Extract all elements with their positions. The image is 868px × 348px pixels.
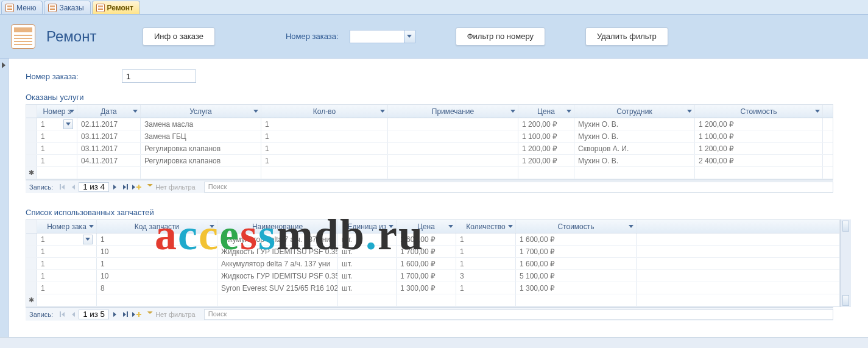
order-number-combo-dropdown[interactable] — [404, 30, 415, 43]
nav-position-input[interactable] — [79, 310, 109, 319]
nav-next-button[interactable] — [109, 309, 120, 320]
cell-employee[interactable]: Мухин О. В. — [574, 155, 695, 166]
nav-position-input[interactable] — [79, 182, 109, 192]
cell-cost[interactable]: 5 100,00 ₽ — [516, 270, 637, 282]
cell-order-no[interactable]: 1 — [37, 233, 97, 245]
table-row[interactable]: 110Жидкость ГУР IDEMITSU PSF 0.35шт.1 70… — [26, 246, 839, 258]
cell-cost[interactable]: 2 400,00 ₽ — [695, 155, 823, 166]
cell-date[interactable]: 04.11.2017 — [77, 155, 141, 166]
table-row[interactable]: 11Аккумулятор delta 7 а/ч. 137 уништ.1 6… — [26, 258, 839, 270]
tab-repair[interactable]: Ремонт — [92, 1, 140, 14]
col-qty[interactable]: Количество — [456, 220, 516, 233]
cell-qty[interactable]: 3 — [456, 270, 516, 282]
nav-search-input[interactable]: Поиск — [204, 309, 833, 320]
row-selector[interactable] — [26, 270, 37, 282]
cell-part-code[interactable]: 1 — [97, 233, 217, 245]
nav-new-button[interactable] — [131, 182, 142, 193]
cell-cost[interactable]: 1 100,00 ₽ — [695, 130, 823, 142]
clear-filter-button[interactable]: Удалить фильтр — [585, 27, 668, 46]
col-part-name[interactable]: Наименование — [217, 220, 338, 233]
cell-order-no[interactable]: 1 — [37, 270, 97, 282]
cell-unit[interactable]: шт. — [338, 270, 397, 282]
col-cost[interactable]: Стоимость — [516, 220, 637, 233]
row-selector[interactable] — [26, 282, 37, 294]
cell-service[interactable]: Регулировка клапанов — [141, 155, 261, 166]
order-number-combo-input[interactable] — [350, 30, 404, 43]
cell-employee[interactable]: Мухин О. В. — [574, 118, 695, 130]
row-selector[interactable] — [26, 167, 37, 179]
row-selector[interactable] — [26, 155, 37, 166]
cell-service[interactable]: Замена масла — [141, 118, 261, 130]
col-order-no[interactable]: Номер зака — [37, 220, 97, 233]
cell-price[interactable]: 1 700,00 ₽ — [397, 246, 456, 257]
tab-orders[interactable]: Заказы — [44, 1, 90, 14]
cell-order-no[interactable]: 1 — [37, 258, 97, 269]
cell-price[interactable]: 1 200,00 ₽ — [518, 155, 574, 166]
cell-employee[interactable]: Мухин О. В. — [574, 130, 695, 142]
cell-cost[interactable]: 1 600,00 ₽ — [516, 258, 637, 269]
cell-order-no[interactable]: 1 — [37, 143, 77, 154]
cell-qty[interactable]: 1 — [456, 233, 516, 245]
cell-qty[interactable]: 1 — [456, 258, 516, 269]
cell-qty[interactable]: 1 — [261, 155, 388, 166]
cell-dropdown-button[interactable] — [63, 119, 73, 129]
table-row[interactable]: 104.11.2017Регулировка клапанов11 200,00… — [26, 155, 833, 167]
cell-note[interactable] — [388, 155, 518, 166]
nav-last-button[interactable] — [120, 182, 131, 193]
row-selector[interactable] — [26, 130, 37, 142]
order-number-combo[interactable] — [350, 30, 415, 43]
cell-price[interactable]: 1 700,00 ₽ — [397, 270, 456, 282]
cell-qty[interactable]: 1 — [261, 143, 388, 154]
cell-part-code[interactable]: 10 — [97, 270, 217, 282]
cell-unit[interactable]: шт. — [338, 233, 397, 245]
row-selector[interactable] — [26, 258, 37, 269]
services-new-row[interactable] — [26, 167, 833, 179]
nav-prev-button[interactable] — [68, 309, 79, 320]
cell-part-name[interactable]: Syron Everest SUV 215/65 R16 102 — [217, 282, 338, 294]
cell-order-no[interactable]: 1 — [37, 130, 77, 142]
table-row[interactable]: 11Аккумулятор delta 7 а/ч. 137 уништ.1 6… — [26, 233, 839, 246]
cell-price[interactable]: 1 300,00 ₽ — [397, 282, 456, 294]
cell-unit[interactable]: шт. — [338, 246, 397, 257]
cell-dropdown-button[interactable] — [83, 235, 93, 244]
order-info-button[interactable]: Инф о заказе — [143, 27, 215, 46]
cell-service[interactable]: Регулировка клапанов — [141, 143, 261, 154]
cell-cost[interactable]: 1 300,00 ₽ — [516, 282, 637, 294]
cell-unit[interactable]: шт. — [338, 258, 397, 269]
col-part-code[interactable]: Код запчасти — [97, 220, 217, 233]
nav-next-button[interactable] — [109, 182, 120, 193]
col-cost[interactable]: Стоимость — [695, 105, 823, 118]
cell-order-no[interactable]: 1 — [37, 155, 77, 166]
table-row[interactable]: 102.11.2017Замена масла11 200,00 ₽Мухин … — [26, 118, 833, 130]
cell-employee[interactable]: Скворцов А. И. — [574, 143, 695, 154]
nav-new-button[interactable] — [131, 309, 142, 320]
row-selector[interactable] — [26, 233, 37, 245]
nav-filter-status[interactable]: Нет фильтра — [142, 183, 200, 191]
cell-date[interactable]: 03.11.2017 — [77, 143, 141, 154]
table-row[interactable]: 110Жидкость ГУР IDEMITSU PSF 0.35шт.1 70… — [26, 270, 839, 282]
cell-qty[interactable]: 1 — [261, 130, 388, 142]
nav-filter-status[interactable]: Нет фильтра — [142, 311, 200, 318]
col-price[interactable]: Цена — [397, 220, 456, 233]
cell-part-code[interactable]: 8 — [97, 282, 217, 294]
cell-note[interactable] — [388, 143, 518, 154]
cell-cost[interactable]: 1 200,00 ₽ — [695, 143, 823, 154]
row-selector[interactable] — [26, 118, 37, 130]
cell-note[interactable] — [388, 118, 518, 130]
cell-price[interactable]: 1 600,00 ₽ — [397, 258, 456, 269]
record-selector[interactable] — [0, 59, 9, 337]
cell-order-no[interactable]: 1 — [37, 282, 97, 294]
col-employee[interactable]: Сотрудник — [574, 105, 695, 118]
parts-vertical-scrollbar[interactable] — [840, 219, 851, 307]
cell-part-name[interactable]: Аккумулятор delta 7 а/ч. 137 уни — [217, 233, 338, 245]
col-unit[interactable]: Единица из — [338, 220, 397, 233]
table-row[interactable]: 103.11.2017Замена ГБЦ11 100,00 ₽Мухин О.… — [26, 130, 833, 143]
col-qty[interactable]: Кол-во — [261, 105, 388, 118]
select-all-cell[interactable] — [26, 220, 37, 233]
cell-qty[interactable]: 1 — [456, 246, 516, 257]
row-selector[interactable] — [26, 246, 37, 257]
table-row[interactable]: 103.11.2017Регулировка клапанов11 200,00… — [26, 143, 833, 155]
order-number-field[interactable] — [122, 69, 196, 83]
cell-part-name[interactable]: Жидкость ГУР IDEMITSU PSF 0.35 — [217, 246, 338, 257]
cell-part-name[interactable]: Аккумулятор delta 7 а/ч. 137 уни — [217, 258, 338, 269]
